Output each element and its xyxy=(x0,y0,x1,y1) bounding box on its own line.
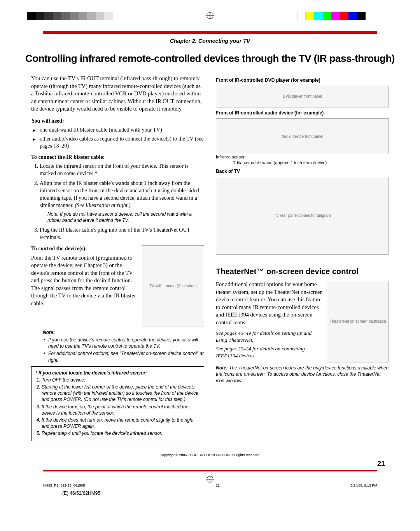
left-column: You can use the TV's IR OUT terminal (in… xyxy=(31,75,204,441)
you-will-need-heading: You will need: xyxy=(31,118,204,125)
list-item: Plug the IR blaster cable's plug into on… xyxy=(40,227,204,241)
dvd-diagram-label: Front of IR-controlled DVD player (for e… xyxy=(216,77,389,83)
header-accent-bar xyxy=(43,31,377,34)
illustration-reference: (See illustration at right.) xyxy=(75,202,131,208)
crop-mark-icon xyxy=(206,12,214,19)
ir-wand-caption: IR blaster cable wand (approx. 1 inch fr… xyxy=(231,160,389,166)
note-label: Note: xyxy=(43,330,55,335)
theaternet-tv-diagram: TheaterNet on-screen illustration xyxy=(327,281,389,362)
list-item: If the device does not turn on, move the… xyxy=(42,417,200,429)
grayscale-bar xyxy=(27,12,121,20)
tv-back-panel-diagram: TV rear-panel connector diagram xyxy=(216,177,389,255)
list-item: one dual-wand IR blaster cable (included… xyxy=(40,127,204,134)
list-item: For additional control options, see "The… xyxy=(48,350,204,363)
page-title: Controlling infrared remote-controlled d… xyxy=(16,52,404,65)
theaternet-heading: TheaterNet™ on-screen device control xyxy=(216,266,389,277)
ir-sensor-caption: Infrared sensor xyxy=(216,154,389,160)
theaternet-note: Note: The TheaterNet on-screen icons are… xyxy=(216,365,389,384)
back-of-tv-label: Back of TV xyxy=(216,168,389,174)
sensor-help-heading: * If you cannot locate the device's infr… xyxy=(35,370,200,376)
list-item: If you use the device's remote control t… xyxy=(48,337,204,349)
theaternet-note-text: The TheaterNet on-screen icons are the o… xyxy=(216,365,388,383)
tv-remote-diagram: TV with remote (illustration) xyxy=(142,245,204,327)
footer-accent-bar xyxy=(43,470,377,471)
list-item: If the device turns on, the point at whi… xyxy=(42,404,200,416)
main-columns: You can use the TV's IR OUT terminal (in… xyxy=(31,75,389,441)
connect-steps: Locate the infrared sensor on the front … xyxy=(40,163,204,241)
dvd-player-diagram: DVD player front panel xyxy=(216,86,389,107)
list-item: Repeat step 4 until you locate the devic… xyxy=(42,430,200,436)
color-registration-bar xyxy=(297,12,366,20)
bottom-crop xyxy=(16,475,404,483)
crop-mark-icon xyxy=(206,475,214,483)
footer-page: 21 xyxy=(216,483,220,488)
list-item: other audio/video cables as required to … xyxy=(40,135,204,150)
intro-paragraph: You can use the TV's IR OUT terminal (in… xyxy=(31,75,204,113)
list-item: Starting at the lower left corner of the… xyxy=(42,384,200,403)
note-coil-wand: Note: If you do not have a second device… xyxy=(47,211,204,223)
infrared-sensor-help-box: * If you cannot locate the device's infr… xyxy=(31,366,204,441)
connect-heading: To connect the IR blaster cable: xyxy=(31,154,204,161)
footer-filename: HM95_R1_012-25_061505 xyxy=(43,483,85,488)
list-item: Locate the infrared sensor on the front … xyxy=(40,163,204,178)
page-number: 21 xyxy=(16,459,385,468)
footer-timestamp: 6/24/05, 9:13 PM xyxy=(350,483,377,488)
print-footer: HM95_R1_012-25_061505 21 6/24/05, 9:13 P… xyxy=(43,483,377,488)
chapter-label: Chapter 2: Connecting your TV xyxy=(16,37,404,45)
copyright-line: Copyright © 2005 TOSHIBA CORPORATION. Al… xyxy=(16,453,404,457)
note-block: Note: If you use the device's remote con… xyxy=(43,329,204,363)
you-will-need-list: one dual-wand IR blaster cable (included… xyxy=(40,127,204,150)
audio-diagram-label: Front of IR-controlled audio device (for… xyxy=(216,110,389,116)
right-column: Front of IR-controlled DVD player (for e… xyxy=(216,75,389,441)
model-number: (E) 46/52/62HM95 xyxy=(62,490,404,496)
audio-device-diagram: Audio device front panel xyxy=(216,118,389,154)
printer-registration-marks xyxy=(16,12,404,23)
list-item: Align one of the IR blaster cable's wand… xyxy=(40,180,204,223)
list-item: Turn OFF the device. xyxy=(42,377,200,383)
